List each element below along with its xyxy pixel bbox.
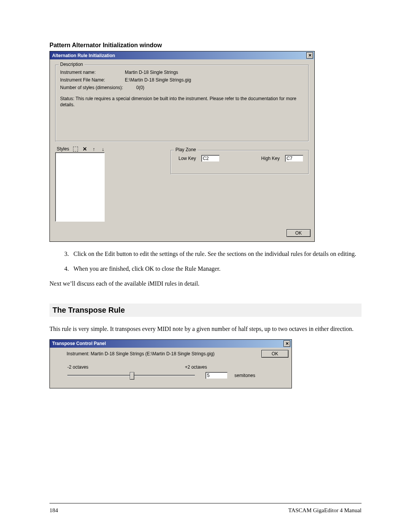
new-style-icon[interactable] — [73, 146, 78, 152]
dialog-footer: OK — [50, 227, 314, 241]
low-key-input[interactable] — [201, 155, 220, 162]
instrument-row: Instrument: Martin D-18 Single Strings (… — [50, 348, 292, 358]
page-footer: 184 TASCAM GigaEditor 4 Manual — [49, 503, 362, 514]
dialog-mid-row: Styles ✕ ↑ ↓ Play Zone Low Key — [55, 145, 309, 222]
body-paragraph-next: Next we’ll discuss each of the available… — [49, 279, 362, 288]
dialog-title-text: Transpose Control Panel — [52, 341, 106, 346]
play-zone-group: Play Zone Low Key High Key — [170, 150, 309, 174]
manual-title: TASCAM GigaEditor 4 Manual — [288, 507, 362, 514]
label-instrument-file: Instrument File Name: — [60, 77, 125, 83]
low-key-label: Low Key — [178, 156, 196, 161]
value-styles-dim: 0(0) — [136, 85, 304, 90]
section-heading-transpose: The Transpose Rule — [49, 304, 362, 317]
minus-two-octaves-label: -2 octaves — [67, 364, 88, 370]
section-heading-pattern-alt: Pattern Alternator Initialization window — [49, 42, 362, 49]
styles-panel: Styles ✕ ↑ ↓ — [55, 145, 107, 222]
play-zone-legend: Play Zone — [174, 147, 198, 152]
semitones-slider-row: semitones — [50, 370, 292, 388]
row-instrument-name: Instrument name: Martin D-18 Single Stri… — [60, 70, 304, 75]
label-instrument-name: Instrument name: — [60, 70, 125, 75]
page-number: 184 — [49, 507, 58, 514]
list-item: Click on the Edit button to edit the set… — [70, 249, 362, 258]
dialog-title-text: Alternation Rule Initialization — [52, 53, 115, 58]
styles-label: Styles — [57, 146, 69, 152]
status-text: Status: This rule requires a special dim… — [60, 96, 304, 108]
semitones-slider[interactable] — [67, 371, 195, 380]
row-instrument-file: Instrument File Name: E:\Martin D-18 Sin… — [60, 77, 304, 83]
close-icon[interactable]: ✕ — [306, 52, 313, 59]
octave-labels-row: -2 octaves +2 octaves — [50, 358, 292, 370]
manual-page: Pattern Alternator Initialization window… — [0, 0, 411, 532]
styles-list[interactable] — [55, 152, 105, 222]
transpose-control-panel: Transpose Control Panel ✕ Instrument: Ma… — [49, 339, 292, 388]
slider-thumb[interactable] — [130, 372, 134, 380]
value-instrument-name: Martin D-18 Single Strings — [125, 70, 304, 75]
ok-button[interactable]: OK — [261, 350, 288, 358]
value-instrument-file: E:\Martin D-18 Single Strings.gig — [125, 77, 304, 83]
instruction-list: Click on the Edit button to edit the set… — [49, 249, 362, 273]
alternation-rule-dialog: Alternation Rule Initialization ✕ Descri… — [49, 51, 315, 242]
instrument-line: Instrument: Martin D-18 Single Strings (… — [67, 351, 215, 356]
plus-two-octaves-label: +2 octaves — [185, 364, 207, 370]
dialog-titlebar: Transpose Control Panel ✕ — [50, 340, 292, 348]
move-down-icon[interactable]: ↓ — [100, 146, 106, 152]
description-legend: Description — [59, 62, 84, 67]
list-item: When you are finished, click OK to close… — [70, 264, 362, 273]
dialog-body: Description Instrument name: Martin D-18… — [50, 59, 314, 227]
high-key-label: High Key — [261, 156, 280, 161]
description-group: Description Instrument name: Martin D-18… — [55, 65, 309, 142]
semitones-label: semitones — [234, 373, 255, 378]
label-styles-dim: Number of styles (dimensions): — [60, 85, 136, 90]
close-icon[interactable]: ✕ — [284, 340, 290, 347]
move-up-icon[interactable]: ↑ — [91, 146, 97, 152]
high-key-input[interactable] — [285, 155, 303, 162]
styles-toolbar: Styles ✕ ↑ ↓ — [55, 145, 107, 152]
delete-style-icon[interactable]: ✕ — [82, 146, 88, 152]
row-styles-dim: Number of styles (dimensions): 0(0) — [60, 85, 304, 90]
play-zone-row: Low Key High Key — [178, 155, 303, 162]
body-paragraph-transpose: This rule is very simple. It transposes … — [49, 324, 362, 333]
ok-button[interactable]: OK — [287, 229, 311, 237]
semitones-input[interactable] — [206, 372, 228, 379]
dialog-titlebar: Alternation Rule Initialization ✕ — [50, 51, 314, 59]
